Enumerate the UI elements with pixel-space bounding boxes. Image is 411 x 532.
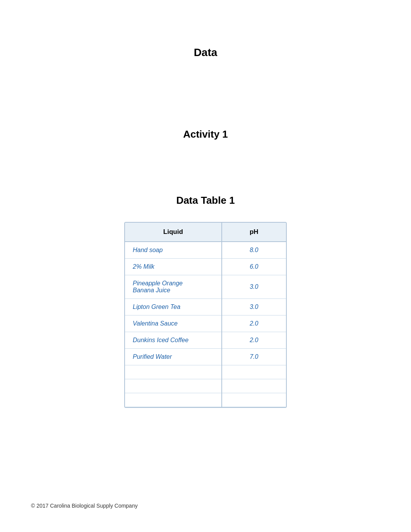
table-row: 2% Milk6.0 [125, 259, 286, 275]
table-row [125, 379, 286, 393]
table-row: Dunkins Iced Coffee2.0 [125, 332, 286, 349]
liquid-cell: 2% Milk [125, 259, 222, 275]
liquid-cell: Lipton Green Tea [125, 299, 222, 315]
ph-cell [222, 379, 286, 393]
table-row: Pineapple OrangeBanana Juice3.0 [125, 275, 286, 299]
activity-title: Activity 1 [0, 66, 411, 140]
table-row: Lipton Green Tea3.0 [125, 299, 286, 315]
ph-cell: 2.0 [222, 332, 286, 349]
liquid-cell: Dunkins Iced Coffee [125, 332, 222, 349]
table-title: Data Table 1 [0, 148, 411, 206]
table-row: Hand soap8.0 [125, 242, 286, 259]
ph-cell: 6.0 [222, 259, 286, 275]
liquid-cell [125, 365, 222, 379]
table-row [125, 393, 286, 407]
ph-cell: 8.0 [222, 242, 286, 259]
liquid-column-header: Liquid [125, 223, 222, 242]
ph-cell [222, 393, 286, 407]
ph-cell: 7.0 [222, 349, 286, 365]
liquid-cell [125, 379, 222, 393]
liquid-cell: Hand soap [125, 242, 222, 259]
liquid-cell: Valentina Sauce [125, 315, 222, 332]
liquid-cell: Pineapple OrangeBanana Juice [125, 275, 222, 299]
table-header-row: Liquid pH [125, 223, 286, 242]
table-row: Valentina Sauce2.0 [125, 315, 286, 332]
table-row [125, 365, 286, 379]
ph-cell: 3.0 [222, 275, 286, 299]
ph-cell [222, 365, 286, 379]
liquid-cell [125, 393, 222, 407]
footer-copyright: © 2017 Carolina Biological Supply Compan… [31, 503, 138, 509]
ph-column-header: pH [222, 223, 286, 242]
ph-cell: 3.0 [222, 299, 286, 315]
ph-cell: 2.0 [222, 315, 286, 332]
page-title: Data [0, 0, 411, 59]
data-table: Liquid pH Hand soap8.02% Milk6.0Pineappl… [124, 222, 287, 408]
table-row: Purified Water7.0 [125, 349, 286, 365]
liquid-cell: Purified Water [125, 349, 222, 365]
